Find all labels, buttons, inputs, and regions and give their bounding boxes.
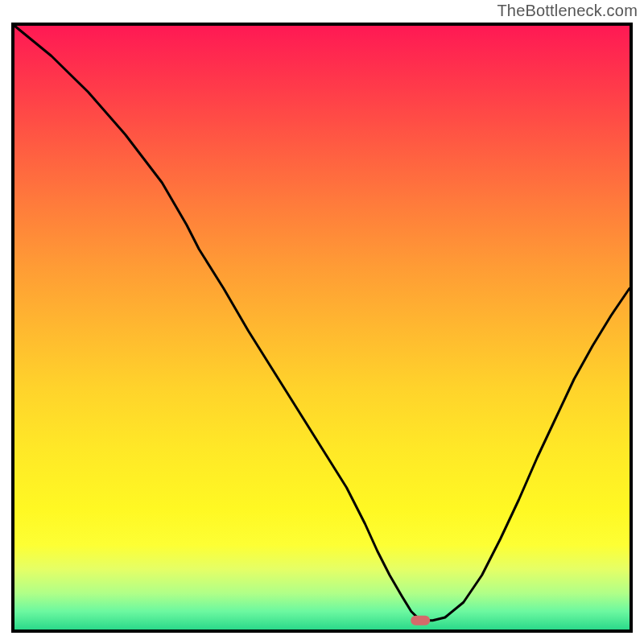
bottleneck-plot xyxy=(11,23,633,633)
chart-svg xyxy=(11,23,633,633)
attribution-text: TheBottleneck.com xyxy=(497,2,638,20)
gradient-background xyxy=(14,26,630,630)
optimal-marker xyxy=(411,616,430,625)
chart-container: TheBottleneck.com xyxy=(0,0,644,644)
